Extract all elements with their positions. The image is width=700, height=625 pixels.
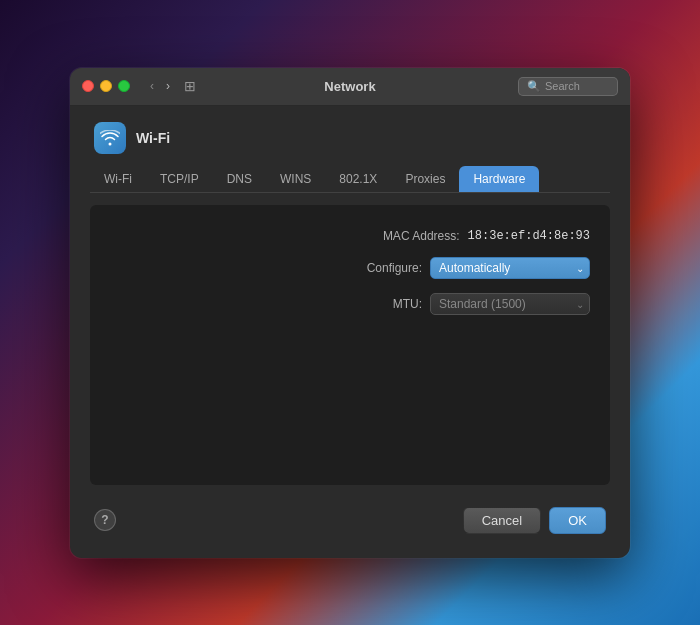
- configure-label: Configure:: [322, 261, 422, 275]
- mac-address-label: MAC Address:: [360, 229, 460, 243]
- close-button[interactable]: [82, 80, 94, 92]
- back-button[interactable]: ‹: [146, 77, 158, 95]
- wifi-icon: [94, 122, 126, 154]
- tabs-bar: Wi-Fi TCP/IP DNS WINS 802.1X Proxies Har…: [90, 166, 610, 193]
- tab-tcpip[interactable]: TCP/IP: [146, 166, 213, 192]
- tab-wins[interactable]: WINS: [266, 166, 325, 192]
- configure-select[interactable]: Automatically Manually: [430, 257, 590, 279]
- footer-buttons: Cancel OK: [463, 507, 606, 534]
- search-box[interactable]: 🔍 Search: [518, 77, 618, 96]
- mtu-label: MTU:: [322, 297, 422, 311]
- network-window: ‹ › ⊞ Network 🔍 Search Wi-Fi Wi: [70, 68, 630, 558]
- tab-hardware[interactable]: Hardware: [459, 166, 539, 192]
- mtu-select-wrapper: Standard (1500) Custom ⌄: [430, 293, 590, 315]
- interface-name: Wi-Fi: [136, 130, 170, 146]
- configure-select-wrapper: Automatically Manually ⌄: [430, 257, 590, 279]
- mtu-select[interactable]: Standard (1500) Custom: [430, 293, 590, 315]
- traffic-lights: [82, 80, 130, 92]
- ok-button[interactable]: OK: [549, 507, 606, 534]
- tab-8021x[interactable]: 802.1X: [325, 166, 391, 192]
- configure-row: Configure: Automatically Manually ⌄: [110, 257, 590, 279]
- titlebar: ‹ › ⊞ Network 🔍 Search: [70, 68, 630, 106]
- content-area: Wi-Fi Wi-Fi TCP/IP DNS WINS 802.1X Proxi…: [70, 106, 630, 558]
- titlebar-nav: ‹ › ⊞: [146, 77, 196, 95]
- help-button[interactable]: ?: [94, 509, 116, 531]
- tab-dns[interactable]: DNS: [213, 166, 266, 192]
- tab-wifi[interactable]: Wi-Fi: [90, 166, 146, 192]
- mac-address-row: MAC Address: 18:3e:ef:d4:8e:93: [110, 229, 590, 243]
- maximize-button[interactable]: [118, 80, 130, 92]
- minimize-button[interactable]: [100, 80, 112, 92]
- cancel-button[interactable]: Cancel: [463, 507, 541, 534]
- search-icon: 🔍: [527, 80, 541, 93]
- hardware-panel: MAC Address: 18:3e:ef:d4:8e:93 Configure…: [90, 205, 610, 485]
- mtu-row: MTU: Standard (1500) Custom ⌄: [110, 293, 590, 315]
- interface-header: Wi-Fi: [90, 122, 610, 154]
- search-placeholder: Search: [545, 80, 580, 92]
- footer: ? Cancel OK: [90, 497, 610, 538]
- forward-button[interactable]: ›: [162, 77, 174, 95]
- tab-proxies[interactable]: Proxies: [391, 166, 459, 192]
- mac-address-value: 18:3e:ef:d4:8e:93: [468, 229, 590, 243]
- window-title: Network: [324, 79, 375, 94]
- grid-icon: ⊞: [184, 78, 196, 94]
